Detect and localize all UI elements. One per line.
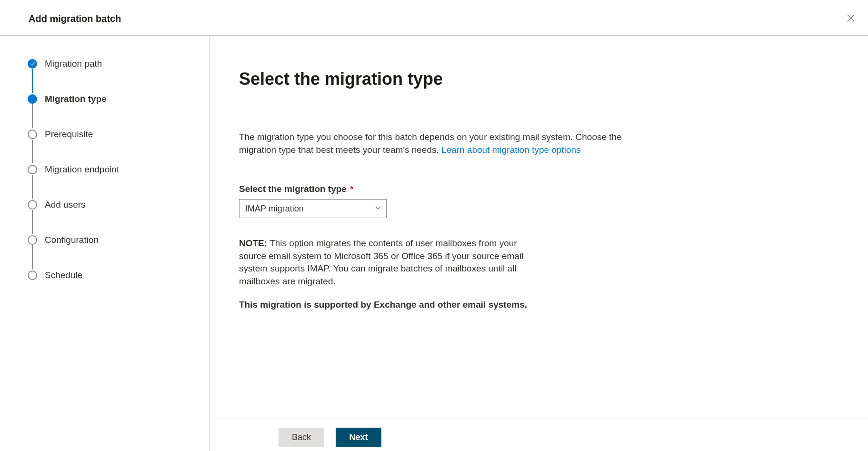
step-migration-type[interactable]: Migration type xyxy=(28,94,190,129)
migration-type-label: Select the migration type * xyxy=(239,184,792,194)
main-container: Migration path Migration type Prerequisi… xyxy=(0,36,868,451)
step-indicator-current-icon xyxy=(28,94,37,104)
step-schedule[interactable]: Schedule xyxy=(28,270,190,281)
content-body: Select the migration type The migration … xyxy=(210,36,868,419)
step-indicator-upcoming-icon xyxy=(28,130,37,139)
migration-type-select[interactable]: IMAP migration xyxy=(239,199,387,218)
step-prerequisite[interactable]: Prerequisite xyxy=(28,129,190,164)
select-value: IMAP migration xyxy=(245,204,304,214)
checkmark-icon xyxy=(30,61,35,67)
step-label: Migration path xyxy=(45,59,102,69)
intro-paragraph: The migration type you choose for this b… xyxy=(239,131,653,156)
note-label: NOTE: xyxy=(239,238,267,248)
step-indicator-upcoming-icon xyxy=(28,271,37,280)
step-label: Migration endpoint xyxy=(45,164,119,175)
step-label: Add users xyxy=(45,200,86,210)
back-button[interactable]: Back xyxy=(279,428,324,447)
migration-type-select-wrapper: IMAP migration xyxy=(239,199,387,218)
step-indicator-upcoming-icon xyxy=(28,165,37,174)
dialog-header: Add migration batch xyxy=(0,0,868,36)
label-text: Select the migration type xyxy=(239,184,347,194)
step-indicator-upcoming-icon xyxy=(28,200,37,210)
step-migration-endpoint[interactable]: Migration endpoint xyxy=(28,164,190,200)
close-icon xyxy=(847,14,855,22)
note-paragraph: NOTE: This option migrates the contents … xyxy=(239,237,534,288)
page-title: Select the migration type xyxy=(239,69,792,89)
wizard-stepper: Migration path Migration type Prerequisi… xyxy=(0,36,210,451)
required-asterisk: * xyxy=(350,184,353,194)
wizard-footer: Back Next xyxy=(210,419,868,451)
step-indicator-completed-icon xyxy=(28,59,37,69)
dialog-title: Add migration batch xyxy=(29,13,121,24)
note-body: This option migrates the contents of use… xyxy=(239,238,523,286)
chevron-down-icon xyxy=(375,204,381,214)
content-area: Select the migration type The migration … xyxy=(210,36,868,451)
step-label: Configuration xyxy=(45,235,99,245)
step-indicator-upcoming-icon xyxy=(28,235,37,245)
step-label: Prerequisite xyxy=(45,129,93,140)
step-label: Schedule xyxy=(45,270,82,281)
step-add-users[interactable]: Add users xyxy=(28,200,190,235)
support-line: This migration is supported by Exchange … xyxy=(239,300,534,310)
learn-more-link[interactable]: Learn about migration type options xyxy=(441,145,581,155)
step-migration-path[interactable]: Migration path xyxy=(28,59,190,94)
step-label: Migration type xyxy=(45,94,107,104)
close-button[interactable] xyxy=(843,10,858,27)
step-configuration[interactable]: Configuration xyxy=(28,235,190,270)
next-button[interactable]: Next xyxy=(336,428,381,447)
